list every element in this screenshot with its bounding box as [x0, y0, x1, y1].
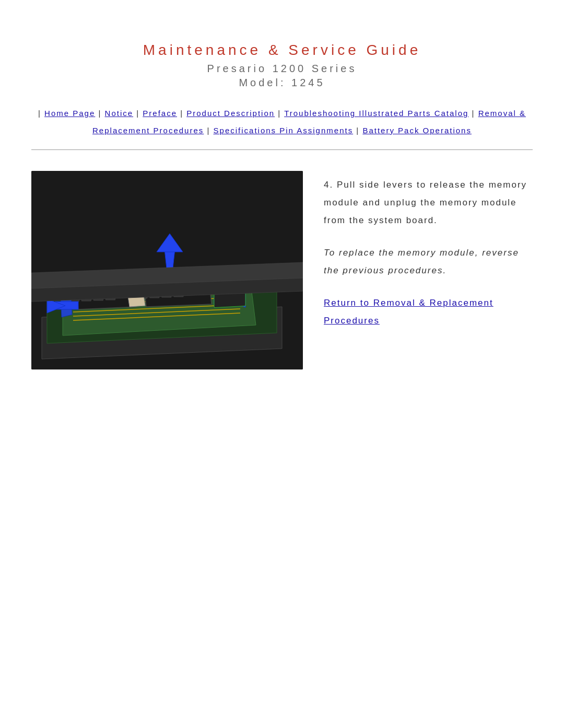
- nav-link-homepage[interactable]: Home Page: [44, 109, 95, 118]
- nav-sep-2: |: [133, 109, 143, 118]
- nav-separator-start: |: [38, 109, 44, 118]
- nav-link-battery[interactable]: Battery Pack Operations: [362, 126, 472, 135]
- nav-sep-1: |: [95, 109, 104, 118]
- step-description: 4. Pull side levers to release the memor…: [324, 176, 533, 229]
- nav-section: | Home Page | Notice | Preface | Product…: [31, 105, 533, 139]
- nav-sep-3: |: [177, 109, 186, 118]
- nav-link-specifications[interactable]: Specifications Pin Assignments: [214, 126, 354, 135]
- page-container: Maintenance & Service Guide Presario 120…: [0, 0, 564, 728]
- nav-sep-7: |: [353, 126, 362, 135]
- nav-link-preface[interactable]: Preface: [143, 109, 177, 118]
- nav-link-troubleshooting[interactable]: Troubleshooting Illustrated Parts Catalo…: [284, 109, 468, 118]
- return-link[interactable]: Return to Removal & Replacement Procedur…: [324, 294, 533, 330]
- nav-sep-5: |: [468, 109, 478, 118]
- nav-sep-6: |: [204, 126, 213, 135]
- nav-link-notice[interactable]: Notice: [105, 109, 134, 118]
- nav-link-product-desc[interactable]: Product Description: [186, 109, 275, 118]
- sub-title: Presario 1200 Series: [31, 63, 533, 75]
- main-title: Maintenance & Service Guide: [31, 42, 533, 59]
- memory-module-image: [31, 171, 303, 369]
- nav-sep-4: |: [275, 109, 284, 118]
- header-section: Maintenance & Service Guide Presario 120…: [31, 42, 533, 89]
- content-section: 4. Pull side levers to release the memor…: [31, 171, 533, 369]
- text-content: 4. Pull side levers to release the memor…: [324, 171, 533, 330]
- model-title: Model: 1245: [31, 77, 533, 89]
- section-divider: [31, 149, 533, 150]
- italic-instruction: To replace the memory module, reverse th…: [324, 244, 533, 280]
